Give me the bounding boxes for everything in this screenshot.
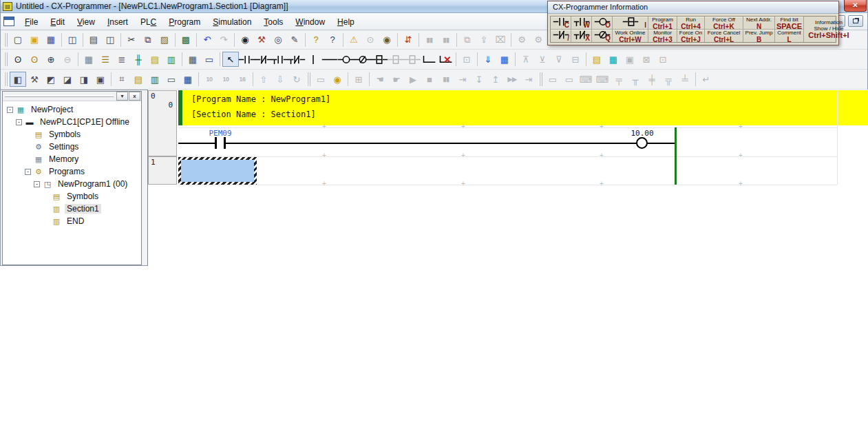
zoom-out-button[interactable]: ⊖: [59, 52, 76, 67]
search-symbol-button[interactable]: ◎: [270, 32, 286, 48]
select-mode-button[interactable]: ↖: [222, 52, 239, 67]
redo-button[interactable]: ↷: [215, 32, 232, 48]
menu-view[interactable]: View: [71, 15, 101, 29]
expand-toggle[interactable]: -: [16, 119, 22, 125]
monitor-decimal-button[interactable]: 10: [201, 72, 218, 87]
expand-toggle[interactable]: -: [34, 181, 40, 187]
new-horizontal-button[interactable]: [321, 52, 338, 67]
tree-item-symbols[interactable]: ▤Symbols: [3, 190, 141, 203]
new-instruction-2-button[interactable]: [388, 52, 404, 67]
help-button[interactable]: ?: [308, 32, 324, 48]
new-or-closed-contact-button[interactable]: [288, 52, 305, 67]
new-closed-contact-button[interactable]: [255, 52, 272, 67]
output-window-button[interactable]: ◨: [76, 72, 92, 87]
watch-set-button[interactable]: ▣: [622, 52, 638, 67]
new-or-contact-button[interactable]: [272, 52, 288, 67]
program-comment-block[interactable]: [Program Name : NewProgram1] [Section Na…: [178, 90, 868, 125]
new-contact-button[interactable]: [239, 52, 255, 67]
new-invert-button[interactable]: [404, 52, 421, 67]
toolbar-grip[interactable]: [539, 72, 542, 86]
ladder-monitor-button[interactable]: ▥: [147, 72, 163, 87]
program-check-button[interactable]: ⧉: [459, 32, 476, 48]
copy-button[interactable]: ⧉: [140, 32, 156, 48]
new-file-button[interactable]: ▢: [10, 32, 26, 48]
tree-item-newplc1-cp1e-offline[interactable]: -▬NewPLC1[CP1E] Offline: [3, 116, 141, 128]
watch-window-button[interactable]: ◩: [43, 72, 59, 87]
simulator-edit-button[interactable]: ⊞: [350, 72, 367, 87]
show-sma-button[interactable]: ▦: [184, 52, 201, 67]
simulator-online-button[interactable]: ◉: [329, 72, 346, 87]
step-out-button[interactable]: ↥: [487, 72, 504, 87]
menu-program[interactable]: Program: [162, 15, 207, 29]
workspace-close-button[interactable]: x: [129, 92, 140, 101]
open-file-button[interactable]: ▣: [26, 32, 43, 48]
jump-return-button[interactable]: ↵: [698, 72, 714, 87]
zoom-highlight-button[interactable]: ʘ: [26, 52, 43, 67]
transfer-program-button[interactable]: ⇓: [480, 52, 496, 67]
workspace-header[interactable]: ▾ x: [3, 92, 141, 101]
step-in-button[interactable]: ↧: [471, 72, 487, 87]
monitor-signed-button[interactable]: 10: [218, 72, 234, 87]
print-button[interactable]: ▤: [85, 32, 102, 48]
compile-button[interactable]: ⚠: [346, 32, 362, 48]
paste-special-button[interactable]: ▩: [178, 32, 194, 48]
save-button[interactable]: ▦: [43, 32, 59, 48]
monitor-hex-button[interactable]: 16: [234, 72, 251, 87]
io-board-1-button[interactable]: ▭: [544, 72, 561, 87]
toolbar-grip[interactable]: [307, 72, 310, 86]
address-reference-button[interactable]: ⌗: [114, 72, 130, 87]
properties-window-button[interactable]: ▣: [92, 72, 109, 87]
dialog-view-button[interactable]: ▭: [163, 72, 180, 87]
clear-break-points-button[interactable]: ☛: [388, 72, 405, 87]
transfer-button[interactable]: ⇵: [400, 32, 416, 48]
console-2-button[interactable]: ⌨: [594, 72, 611, 87]
io-comment-view-button[interactable]: ╫: [130, 52, 147, 67]
edit-online-button[interactable]: ⊡: [458, 52, 475, 67]
menu-tools[interactable]: Tools: [257, 15, 289, 29]
selected-cell-cursor[interactable]: [178, 157, 257, 185]
binary-view-button[interactable]: ▦: [180, 72, 196, 87]
contact-symbol[interactable]: [215, 137, 217, 149]
online-work-2-button[interactable]: ⚙: [530, 32, 547, 48]
differential-down-button[interactable]: ⇩: [272, 72, 288, 87]
window-compare-button[interactable]: ⌧: [492, 32, 509, 48]
step-run-button[interactable]: ⇥: [454, 72, 471, 87]
rung-comment-button[interactable]: ☰: [97, 52, 114, 67]
simulator-window-button[interactable]: ▭: [313, 72, 329, 87]
line-connect-button[interactable]: [421, 52, 437, 67]
differential-up-button[interactable]: ⇧: [255, 72, 272, 87]
online-work-1-button[interactable]: ⚙: [514, 32, 530, 48]
workspace-dropdown-button[interactable]: ▾: [116, 92, 128, 101]
rung-margin-1[interactable]: 1: [148, 156, 177, 185]
differential-refresh-button[interactable]: ↻: [288, 72, 305, 87]
pause-monitor-button[interactable]: ▮▮: [421, 32, 438, 48]
new-vertical-button[interactable]: [305, 52, 321, 67]
paste-button[interactable]: ▨: [156, 32, 173, 48]
toolbar-grip[interactable]: [4, 72, 8, 86]
tree-item-end[interactable]: ▥END: [3, 215, 141, 227]
contact-symbol[interactable]: [224, 137, 226, 149]
symbols-window-button[interactable]: ▤: [130, 72, 147, 87]
print-preview-button[interactable]: ◫: [102, 32, 118, 48]
tree-item-symbols[interactable]: ▤Symbols: [3, 128, 141, 141]
expand-toggle[interactable]: -: [25, 169, 31, 175]
online-edit-button[interactable]: ⊙: [362, 32, 379, 48]
zoom-normal-button[interactable]: ʘ: [10, 52, 26, 67]
program-upload-button[interactable]: ⇪: [476, 32, 492, 48]
show-ci-button[interactable]: ▭: [201, 52, 218, 67]
continuous-step-run-button[interactable]: ▶▶: [504, 72, 520, 87]
build-window-button[interactable]: ⚒: [26, 72, 43, 87]
toolbar-grip[interactable]: [4, 33, 8, 47]
tree-item-settings[interactable]: ⚙Settings: [3, 141, 141, 153]
menu-plc[interactable]: PLC: [134, 15, 162, 29]
toolbar-grip[interactable]: [4, 52, 8, 66]
rung-wrap-2-button[interactable]: ╥: [627, 72, 644, 87]
menu-window[interactable]: Window: [289, 15, 331, 29]
zoom-in-button[interactable]: ⊕: [43, 52, 59, 67]
rung-wrap-1-button[interactable]: ╤: [611, 72, 627, 87]
rung-wrap-4-button[interactable]: ╦: [660, 72, 677, 87]
cross-reference-button[interactable]: ◪: [59, 72, 76, 87]
ladder-tree-view-button[interactable]: ▥: [163, 52, 180, 67]
tree-item-programs[interactable]: -⚙Programs: [3, 165, 141, 178]
grid-toggle-button[interactable]: ▦: [81, 52, 97, 67]
